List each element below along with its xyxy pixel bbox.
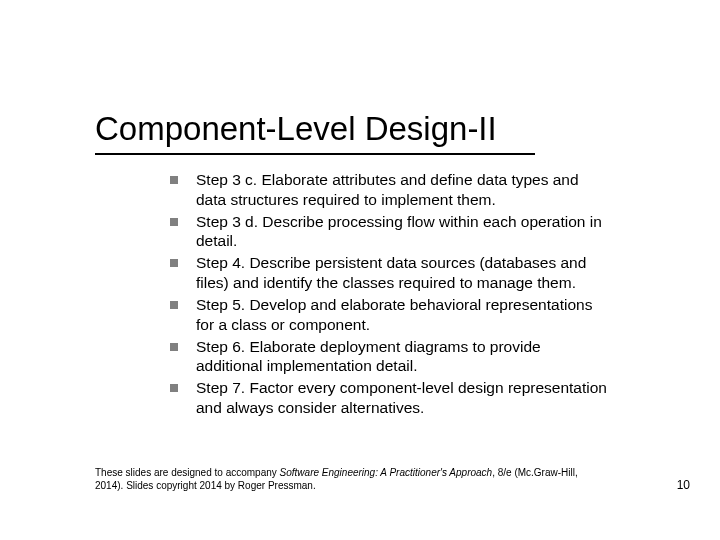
bullet-text: Step 3 d. Describe processing flow withi…	[196, 212, 610, 252]
slide: Component-Level Design-II Step 3 c. Elab…	[0, 0, 720, 540]
square-bullet-icon	[170, 301, 178, 309]
bullet-text: Step 7. Factor every component-level des…	[196, 378, 610, 418]
bullet-text: Step 6. Elaborate deployment diagrams to…	[196, 337, 610, 377]
list-item: Step 4. Describe persistent data sources…	[170, 253, 610, 293]
footer-book-title: Software Engineering: A Practitioner's A…	[280, 467, 493, 478]
square-bullet-icon	[170, 384, 178, 392]
footer-attribution: These slides are designed to accompany S…	[95, 467, 595, 492]
list-item: Step 5. Develop and elaborate behavioral…	[170, 295, 610, 335]
square-bullet-icon	[170, 218, 178, 226]
square-bullet-icon	[170, 259, 178, 267]
list-item: Step 3 d. Describe processing flow withi…	[170, 212, 610, 252]
list-item: Step 3 c. Elaborate attributes and defin…	[170, 170, 610, 210]
content-body: Step 3 c. Elaborate attributes and defin…	[170, 170, 610, 420]
list-item: Step 6. Elaborate deployment diagrams to…	[170, 337, 610, 377]
list-item: Step 7. Factor every component-level des…	[170, 378, 610, 418]
page-number: 10	[677, 478, 690, 492]
title-underline	[95, 153, 535, 155]
bullet-text: Step 4. Describe persistent data sources…	[196, 253, 610, 293]
bullet-text: Step 5. Develop and elaborate behavioral…	[196, 295, 610, 335]
bullet-text: Step 3 c. Elaborate attributes and defin…	[196, 170, 610, 210]
slide-title: Component-Level Design-II	[95, 110, 497, 148]
square-bullet-icon	[170, 176, 178, 184]
footer-pre: These slides are designed to accompany	[95, 467, 280, 478]
square-bullet-icon	[170, 343, 178, 351]
